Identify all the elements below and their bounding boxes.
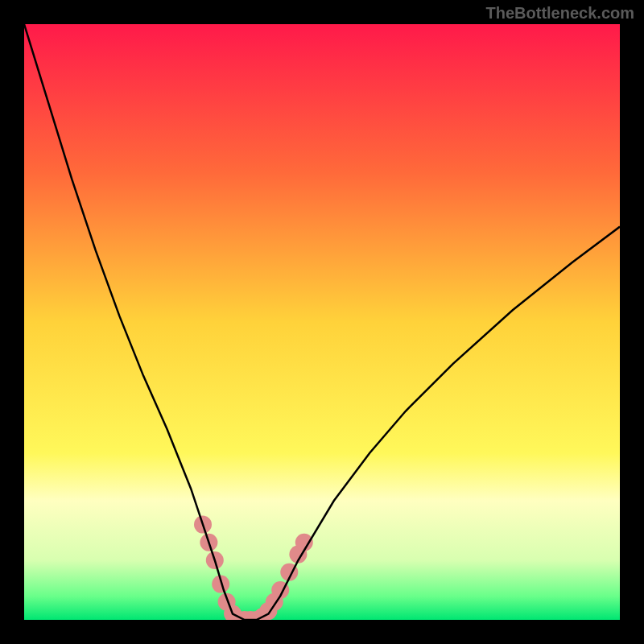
chart-container bbox=[24, 24, 620, 620]
watermark-text: TheBottleneck.com bbox=[486, 4, 634, 23]
gradient-background bbox=[24, 24, 620, 620]
bottleneck-chart bbox=[24, 24, 620, 620]
